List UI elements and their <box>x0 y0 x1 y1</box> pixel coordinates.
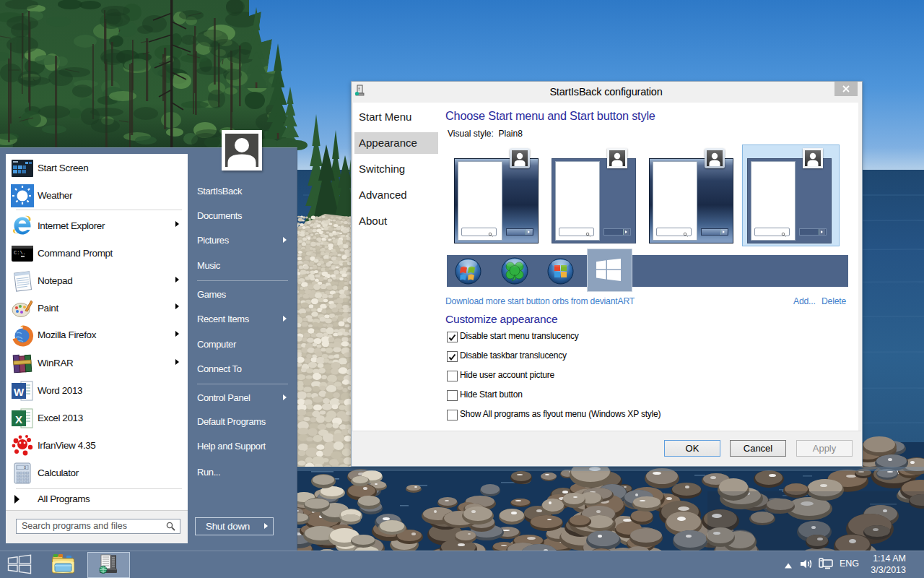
svg-text:X: X <box>15 413 22 426</box>
svg-text:W: W <box>14 386 25 398</box>
svg-text:C:\.: C:\. <box>14 250 26 256</box>
svg-text:0: 0 <box>24 465 26 470</box>
